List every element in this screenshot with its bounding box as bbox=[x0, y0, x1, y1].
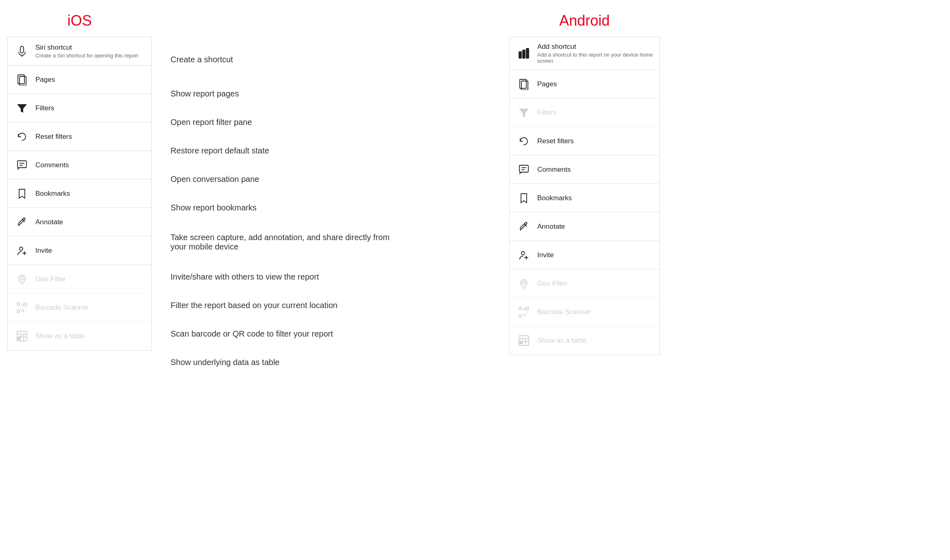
ios-item-geo-filter: Geo Filter bbox=[8, 265, 151, 293]
android-item-invite[interactable]: Invite bbox=[510, 241, 659, 269]
android-item-bookmarks[interactable]: Bookmarks bbox=[510, 184, 659, 212]
table-icon-android bbox=[516, 335, 532, 346]
middle-item-4: Open conversation pane bbox=[167, 165, 407, 193]
add-shortcut-text: Add shortcut Add a shortcut to this repo… bbox=[537, 43, 653, 64]
ios-item-barcode-scanner: Barcode Scanner bbox=[8, 293, 151, 322]
pages-text: Pages bbox=[35, 76, 55, 84]
android-item-show-as-table: Show as a table bbox=[510, 326, 659, 355]
ios-item-filters[interactable]: Filters bbox=[8, 94, 151, 122]
reset-icon bbox=[14, 131, 30, 142]
android-geo-filter-label: Geo Filter bbox=[537, 280, 568, 288]
middle-item-3: Restore report default state bbox=[167, 136, 407, 165]
barcode-scanner-text: Barcode Scanner bbox=[35, 304, 89, 312]
android-annotate-label: Annotate bbox=[537, 223, 565, 231]
android-show-as-table-text: Show as a table bbox=[537, 337, 587, 345]
ios-item-comments[interactable]: Comments bbox=[8, 151, 151, 179]
middle-text-8: Filter the report based on your current … bbox=[171, 301, 337, 310]
ios-item-siri-shortcut[interactable]: Siri shortcut Create a Siri shortcut for… bbox=[8, 37, 151, 66]
middle-item-6: Take screen capture, add annotation, and… bbox=[167, 222, 407, 262]
android-item-reset-filters[interactable]: Reset filters bbox=[510, 127, 659, 155]
android-barcode-scanner-label: Barcode Scanner bbox=[537, 308, 591, 316]
middle-item-1: Show report pages bbox=[167, 79, 407, 108]
ios-column: iOS Siri shortcut Create a Siri shortcut… bbox=[7, 12, 152, 552]
svg-point-9 bbox=[20, 247, 23, 250]
comments-icon bbox=[14, 160, 30, 171]
svg-rect-26 bbox=[18, 338, 20, 339]
svg-rect-28 bbox=[523, 50, 525, 58]
android-item-add-shortcut[interactable]: Add shortcut Add a shortcut to this repo… bbox=[510, 37, 659, 70]
ios-item-invite[interactable]: Invite bbox=[8, 236, 151, 265]
middle-item-7: Invite/share with others to view the rep… bbox=[167, 262, 407, 291]
android-filters-text: Filters bbox=[537, 109, 556, 117]
middle-text-3: Restore report default state bbox=[171, 146, 269, 155]
invite-text: Invite bbox=[35, 247, 52, 255]
android-column: Android Add shortcut Add a shortcut to t… bbox=[509, 12, 660, 552]
middle-text-1: Show report pages bbox=[171, 89, 239, 98]
middle-text-0: Create a shortcut bbox=[171, 55, 233, 64]
android-barcode-scanner-text: Barcode Scanner bbox=[537, 308, 591, 316]
middle-text-9: Scan barcode or QR code to filter your r… bbox=[171, 329, 333, 339]
invite-label: Invite bbox=[35, 247, 52, 255]
android-item-barcode-scanner: Barcode Scanner bbox=[510, 298, 659, 326]
page: iOS Siri shortcut Create a Siri shortcut… bbox=[0, 0, 950, 560]
android-geo-filter-text: Geo Filter bbox=[537, 280, 568, 288]
comments-text: Comments bbox=[35, 161, 69, 169]
filter-icon bbox=[14, 103, 30, 114]
siri-shortcut-sublabel: Create a Siri shortcut for opening this … bbox=[35, 52, 138, 59]
ios-item-reset-filters[interactable]: Reset filters bbox=[8, 122, 151, 151]
pages-label: Pages bbox=[35, 76, 55, 84]
android-reset-filters-text: Reset filters bbox=[537, 137, 574, 145]
svg-rect-43 bbox=[519, 315, 521, 317]
ios-item-annotate[interactable]: Annotate bbox=[8, 208, 151, 236]
android-comments-label: Comments bbox=[537, 166, 571, 174]
invite-icon bbox=[14, 245, 30, 256]
svg-marker-4 bbox=[17, 104, 27, 113]
svg-rect-27 bbox=[519, 52, 521, 58]
svg-rect-0 bbox=[20, 46, 24, 53]
show-as-table-text: Show as a table bbox=[35, 332, 85, 340]
svg-rect-42 bbox=[526, 307, 529, 310]
android-item-comments[interactable]: Comments bbox=[510, 155, 659, 184]
filter-icon-android bbox=[516, 107, 532, 118]
middle-text-10: Show underlying data as table bbox=[171, 358, 280, 367]
svg-rect-14 bbox=[24, 303, 27, 305]
show-as-table-label: Show as a table bbox=[35, 332, 85, 340]
android-pages-label: Pages bbox=[537, 80, 557, 88]
annotate-icon-android bbox=[516, 221, 532, 232]
android-reset-filters-label: Reset filters bbox=[537, 137, 574, 145]
ios-item-bookmarks[interactable]: Bookmarks bbox=[8, 179, 151, 208]
pages-icon bbox=[14, 74, 30, 85]
svg-rect-29 bbox=[526, 48, 529, 58]
bookmarks-label: Bookmarks bbox=[35, 190, 70, 198]
geo-filter-text: Geo Filter bbox=[35, 275, 66, 283]
android-invite-text: Invite bbox=[537, 251, 554, 259]
android-invite-label: Invite bbox=[537, 251, 554, 259]
middle-text-5: Show report bookmarks bbox=[171, 203, 256, 212]
ios-item-show-as-table: Show as a table bbox=[8, 322, 151, 350]
table-icon bbox=[14, 330, 30, 342]
annotate-label: Annotate bbox=[35, 218, 63, 226]
middle-text-6: Take screen capture, add annotation, and… bbox=[171, 233, 404, 252]
android-item-annotate[interactable]: Annotate bbox=[510, 212, 659, 241]
android-show-as-table-label: Show as a table bbox=[537, 337, 587, 345]
bookmarks-icon-android bbox=[516, 192, 532, 204]
geo-icon bbox=[14, 273, 30, 285]
ios-item-pages[interactable]: Pages bbox=[8, 66, 151, 94]
svg-rect-54 bbox=[520, 342, 521, 344]
android-pages-text: Pages bbox=[537, 80, 557, 88]
reset-filters-text: Reset filters bbox=[35, 133, 72, 141]
barcode-icon-android bbox=[516, 306, 532, 318]
middle-item-5: Show report bookmarks bbox=[167, 193, 407, 222]
middle-item-2: Open report filter pane bbox=[167, 108, 407, 136]
middle-column: Create a shortcut Show report pages Open… bbox=[167, 12, 407, 552]
middle-text-4: Open conversation pane bbox=[171, 175, 259, 184]
svg-point-40 bbox=[522, 281, 525, 284]
android-annotate-text: Annotate bbox=[537, 223, 565, 231]
svg-rect-5 bbox=[18, 161, 26, 168]
geo-filter-label: Geo Filter bbox=[35, 275, 66, 283]
android-item-pages[interactable]: Pages bbox=[510, 70, 659, 98]
android-bookmarks-label: Bookmarks bbox=[537, 194, 572, 202]
svg-rect-15 bbox=[17, 310, 20, 313]
svg-point-37 bbox=[521, 252, 525, 255]
barcode-icon bbox=[14, 302, 30, 313]
